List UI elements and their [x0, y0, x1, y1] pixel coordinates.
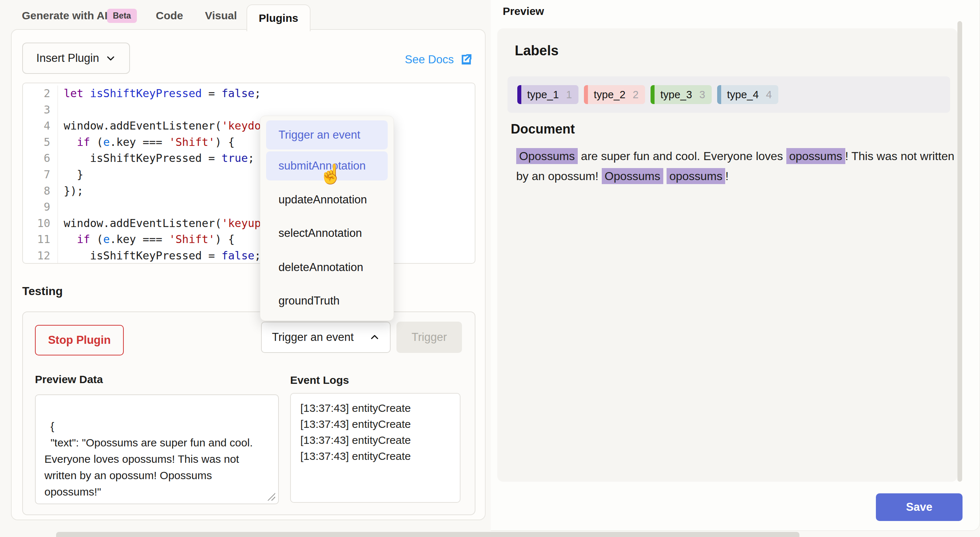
event-dropdown-menu: Trigger an eventsubmitAnnotationupdateAn…	[260, 116, 394, 321]
menu-item-updateannotation[interactable]: updateAnnotation	[266, 189, 388, 211]
code-line: 5 if (e.key === 'Shift') {	[23, 134, 475, 151]
code-line: 2let isShiftKeyPressed = false;	[23, 86, 475, 102]
see-docs-link[interactable]: See Docs	[405, 52, 473, 67]
chevron-down-icon	[106, 53, 116, 63]
tab-plugins[interactable]: Plugins	[247, 4, 310, 31]
document-plain-text: are super fun and cool. Everyone loves	[578, 149, 786, 163]
code-line: 7 }	[23, 167, 475, 183]
see-docs-label: See Docs	[405, 53, 453, 66]
trigger-button[interactable]: Trigger	[396, 322, 462, 353]
chip-label: type_4	[727, 89, 759, 101]
menu-item-deleteannotation[interactable]: deleteAnnotation	[266, 256, 388, 279]
preview-data-textarea[interactable]: { "text": "Opossums are super fun and co…	[35, 394, 279, 504]
document-plain-text: !	[725, 170, 729, 183]
line-number: 9	[23, 199, 58, 215]
bottom-bar	[56, 532, 799, 537]
code-line: 4window.addEventListener('keydown', (e) …	[23, 118, 475, 134]
label-chip-type_4[interactable]: type_44	[717, 85, 778, 104]
menu-item-selectannotation[interactable]: selectAnnotation	[266, 222, 388, 245]
tab-visual[interactable]: Visual	[205, 10, 237, 22]
label-chip-type_3[interactable]: type_33	[651, 85, 712, 104]
label-chip-type_1[interactable]: type_11	[517, 85, 579, 104]
tab-generate-with-ai[interactable]: Generate with AI	[22, 10, 108, 22]
annotation-highlight[interactable]: opossums	[786, 148, 845, 164]
labels-title: Labels	[515, 43, 558, 59]
log-entry: [13:37:43] entityCreate	[300, 416, 450, 432]
chip-hotkey: 2	[633, 89, 638, 101]
external-link-icon	[459, 52, 473, 67]
code-line: 8});	[23, 183, 475, 199]
insert-plugin-label: Insert Plugin	[37, 52, 99, 65]
menu-item-trigger-an-event[interactable]: Trigger an event	[266, 121, 388, 149]
stop-plugin-button[interactable]: Stop Plugin	[35, 325, 124, 356]
menu-item-groundtruth[interactable]: groundTruth	[266, 289, 388, 312]
line-number: 6	[23, 150, 58, 167]
code-line: 3	[23, 102, 475, 118]
line-number: 3	[23, 102, 58, 118]
insert-plugin-button[interactable]: Insert Plugin	[22, 43, 130, 74]
line-number: 4	[23, 118, 58, 134]
label-chip-type_2[interactable]: type_22	[584, 85, 645, 104]
line-number: 11	[23, 231, 58, 248]
chip-label: type_1	[527, 89, 559, 101]
code-line: 11 if (e.key === 'Shift') {	[23, 231, 475, 248]
log-entry: [13:37:43] entityCreate	[300, 400, 450, 416]
annotation-highlight[interactable]: Opossums	[602, 168, 663, 184]
document-title: Document	[511, 122, 575, 137]
preview-data-label: Preview Data	[35, 373, 103, 386]
chip-color-bar	[584, 85, 588, 104]
annotation-highlight[interactable]: opossums	[667, 168, 725, 184]
line-number: 7	[23, 167, 58, 183]
resize-handle-icon[interactable]	[266, 492, 275, 500]
event-logs-label: Event Logs	[290, 374, 349, 386]
tab-code[interactable]: Code	[156, 10, 183, 22]
line-number: 10	[23, 215, 58, 232]
chip-color-bar	[717, 85, 721, 104]
scrollbar[interactable]	[958, 21, 962, 482]
save-button[interactable]: Save	[876, 493, 963, 521]
line-number: 12	[23, 248, 58, 264]
line-number: 2	[23, 86, 58, 102]
chip-color-bar	[651, 85, 655, 104]
labels-row: type_11type_22type_33type_44	[508, 76, 950, 113]
event-select[interactable]: Trigger an event	[261, 322, 391, 353]
log-entry: [13:37:43] entityCreate	[300, 432, 450, 448]
code-editor[interactable]: 2let isShiftKeyPressed = false;34window.…	[22, 83, 476, 264]
chip-label: type_3	[660, 89, 692, 101]
code-line: 9	[23, 199, 475, 215]
code-line: 10window.addEventListener('keyup', (e) =…	[23, 215, 475, 232]
log-entry: [13:37:43] entityCreate	[300, 448, 450, 464]
chip-hotkey: 1	[566, 89, 572, 101]
chip-label: type_2	[594, 89, 625, 101]
chip-hotkey: 4	[766, 89, 772, 101]
chevron-up-icon	[369, 332, 380, 342]
document-text: Opossums are super fun and cool. Everyon…	[516, 146, 962, 186]
chip-color-bar	[517, 85, 521, 104]
cursor-hand-icon: ☝	[319, 163, 342, 185]
line-number: 5	[23, 134, 58, 151]
testing-title: Testing	[22, 284, 63, 298]
preview-data-value: { "text": "Opossums are super fun and co…	[45, 420, 256, 504]
annotation-highlight[interactable]: Opossums	[516, 148, 578, 164]
code-line: 12 isShiftKeyPressed = false;	[23, 248, 475, 264]
event-logs-box: [13:37:43] entityCreate[13:37:43] entity…	[290, 393, 460, 503]
preview-title: Preview	[503, 5, 544, 17]
event-select-value: Trigger an event	[272, 331, 354, 344]
chip-hotkey: 3	[699, 89, 705, 101]
line-number: 8	[23, 183, 58, 199]
code-line: 6 isShiftKeyPressed = true;	[23, 150, 475, 167]
beta-badge: Beta	[107, 9, 137, 23]
document-plain-text	[663, 170, 667, 183]
